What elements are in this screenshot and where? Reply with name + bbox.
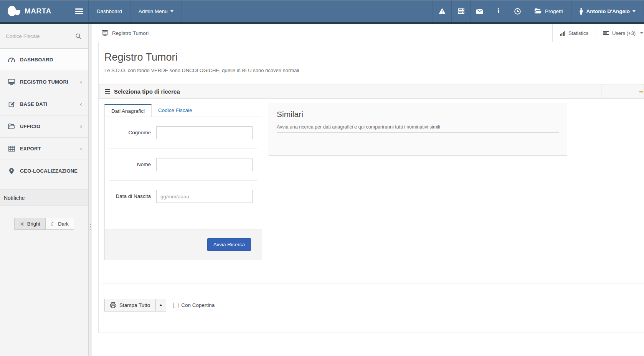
info-icon: i	[497, 8, 500, 14]
print-row: Stampa Tutto Con Copertina	[104, 299, 644, 312]
user-menu[interactable]: Antonio D'Angelo	[571, 0, 644, 22]
cognome-row: Cognome	[105, 117, 262, 148]
sidebar-item-base-dati[interactable]: BASE DATI ‹	[0, 93, 88, 115]
nome-row: Nome	[105, 149, 262, 180]
form-footer: Avvia Ricerca	[105, 229, 262, 260]
history-button[interactable]	[508, 0, 527, 22]
bar-chart-icon	[560, 31, 565, 36]
caret-up-icon	[159, 304, 162, 306]
collapse-panel-icon[interactable]	[639, 91, 643, 92]
sidebar: DASHBOARD REGISTRO TUMORI ‹ BASE DATI	[0, 24, 89, 356]
search-input[interactable]	[0, 33, 88, 39]
print-button-group: Stampa Tutto	[104, 299, 166, 312]
clock-icon	[514, 8, 521, 15]
users-list-icon	[603, 31, 609, 35]
nome-field[interactable]	[156, 158, 253, 171]
stampa-tutto-button[interactable]: Stampa Tutto	[104, 299, 156, 312]
data-nascita-label: Data di Nascita	[114, 193, 151, 200]
breadcrumb-bar: Registro Tumori Statistics Users (+3	[92, 24, 644, 42]
tachometer-icon	[8, 57, 15, 63]
sidebar-item-geo-localizzazione[interactable]: GEO-LOCALIZZAZIONE	[0, 160, 88, 182]
page-subtitle: Le S.D.O. con fondo VERDE sono ONCOLOGIC…	[104, 68, 644, 73]
marta-logo-icon	[8, 5, 21, 17]
con-copertina-checkbox[interactable]	[173, 303, 178, 308]
form-padding	[105, 212, 262, 229]
warning-icon	[439, 8, 446, 14]
moon-icon: ☾	[51, 221, 56, 227]
chevron-left-icon: ‹	[80, 145, 82, 152]
folder-open-icon	[8, 124, 15, 129]
similari-panel: Similari Avvia una ricerca per dati anag…	[269, 103, 567, 156]
tab-codice-fiscale[interactable]: Codice Fiscale	[152, 104, 199, 117]
alerts-button[interactable]	[433, 0, 451, 22]
map-marker-icon	[8, 168, 15, 174]
sun-icon: ☼	[20, 221, 25, 227]
dark-theme-button[interactable]: ☾ Dark	[46, 218, 74, 230]
mail-icon	[476, 9, 483, 14]
navbar-spacer	[182, 0, 433, 22]
registry-icon	[102, 30, 108, 36]
main-area: Registro Tumori Statistics Users (+3	[92, 24, 644, 356]
search-form-column: Dati Anagrafici Codice Fiscale Cognome	[104, 104, 262, 260]
similari-description: Avvia una ricerca per dati anagrafici e …	[277, 124, 559, 133]
sidebar-toggle-icon[interactable]	[75, 8, 83, 14]
sidebar-item-export[interactable]: EXPORT ‹	[0, 138, 88, 160]
grip-dots-icon	[90, 224, 91, 230]
top-navbar: MARTA Dashboard Admin Menu i	[0, 0, 644, 22]
divider	[102, 283, 644, 284]
info-button[interactable]: i	[489, 0, 508, 22]
nav-dashboard[interactable]: Dashboard	[89, 0, 130, 22]
cognome-label: Cognome	[114, 129, 151, 137]
breadcrumb-spacer	[149, 24, 552, 42]
search-panel-tools	[601, 84, 644, 98]
table-icon	[8, 146, 15, 152]
cognome-field[interactable]	[156, 126, 253, 139]
search-panel-header: Seleziona tipo di ricerca	[99, 84, 644, 99]
edit-icon	[8, 101, 15, 107]
caret-down-icon	[170, 10, 173, 12]
tab-dati-anagrafici[interactable]: Dati Anagrafici	[104, 104, 152, 117]
similari-title: Similari	[277, 110, 559, 119]
caret-down-icon	[632, 10, 636, 12]
data-nascita-field[interactable]	[156, 190, 253, 203]
sidebar-item-dashboard[interactable]: DASHBOARD	[0, 49, 88, 71]
print-options-button[interactable]	[156, 299, 166, 312]
folder-open-icon	[535, 8, 542, 14]
breadcrumb: Registro Tumori	[92, 24, 149, 42]
brand-area[interactable]: MARTA	[0, 0, 89, 22]
data-nascita-row: Data di Nascita	[105, 181, 262, 212]
statistics-link[interactable]: Statistics	[552, 24, 596, 42]
sidebar-gap	[0, 182, 88, 190]
nav-admin-menu[interactable]: Admin Menu	[130, 0, 182, 22]
sidebar-item-registro-tumori[interactable]: REGISTRO TUMORI ‹	[0, 71, 88, 93]
sidebar-search	[0, 24, 88, 49]
user-icon	[580, 8, 583, 15]
theme-toggle-group: ☼ Bright ☾ Dark	[0, 218, 88, 230]
chevron-left-icon: ‹	[80, 101, 82, 108]
users-link[interactable]: Users (+3)	[596, 24, 644, 42]
con-copertina-option: Con Copertina	[173, 302, 215, 308]
bars-icon	[105, 89, 110, 94]
printer-icon	[110, 302, 116, 308]
search-tabs: Dati Anagrafici Codice Fiscale	[104, 104, 262, 117]
search-icon[interactable]	[76, 33, 81, 41]
page-title: Registro Tumori	[104, 51, 644, 63]
messages-button[interactable]	[470, 0, 489, 22]
desktop-icon	[8, 79, 15, 85]
sidebar-item-ufficio[interactable]: UFFICIO ‹	[0, 115, 88, 138]
notifications-header: Notifiche	[0, 190, 88, 206]
search-panel-title: Seleziona tipo di ricerca	[114, 88, 180, 95]
sidebar-resize-handle[interactable]	[89, 24, 92, 356]
chevron-left-icon: ‹	[80, 123, 82, 130]
search-panel-header-main: Seleziona tipo di ricerca	[99, 84, 601, 98]
servers-button[interactable]	[451, 0, 470, 22]
breadcrumb-title: Registro Tumori	[112, 30, 149, 36]
chevron-left-icon: ‹	[80, 79, 82, 86]
avvia-ricerca-button[interactable]: Avvia Ricerca	[207, 238, 251, 251]
nav-progetti[interactable]: Progetti	[527, 0, 571, 22]
divider	[102, 326, 644, 326]
servers-icon	[458, 8, 464, 14]
content-card: Registro Tumori Le S.D.O. con fondo VERD…	[98, 42, 644, 333]
search-panel-body: Dati Anagrafici Codice Fiscale Cognome	[99, 104, 644, 260]
bright-theme-button[interactable]: ☼ Bright	[14, 218, 46, 230]
